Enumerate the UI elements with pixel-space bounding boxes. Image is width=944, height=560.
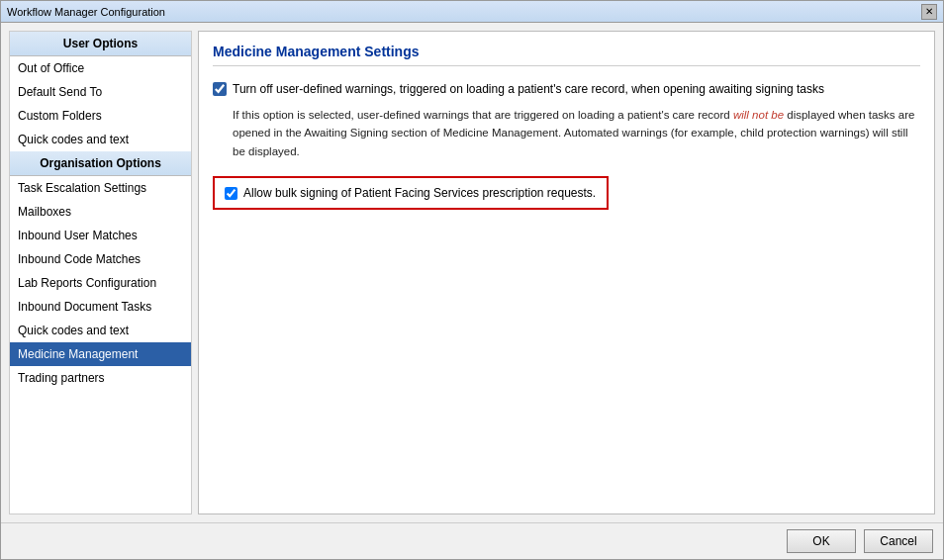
sidebar-item-lab-reports[interactable]: Lab Reports Configuration <box>10 271 191 295</box>
window-title: Workflow Manager Configuration <box>7 6 165 18</box>
close-button[interactable]: ✕ <box>921 4 937 20</box>
sidebar-item-mailboxes[interactable]: Mailboxes <box>10 200 191 224</box>
sidebar-item-trading-partners[interactable]: Trading partners <box>10 366 191 390</box>
option1-label[interactable]: Turn off user-defined warnings, triggere… <box>233 80 824 98</box>
ok-button[interactable]: OK <box>787 529 856 553</box>
footer: OK Cancel <box>1 522 943 559</box>
sidebar-item-inbound-doc-tasks[interactable]: Inbound Document Tasks <box>10 295 191 319</box>
option2-label[interactable]: Allow bulk signing of Patient Facing Ser… <box>243 186 596 200</box>
sidebar: User Options Out of Office Default Send … <box>9 31 192 514</box>
sidebar-item-quick-codes-org[interactable]: Quick codes and text <box>10 319 191 342</box>
sidebar-item-quick-codes-user[interactable]: Quick codes and text <box>10 128 191 151</box>
sidebar-item-inbound-code-matches[interactable]: Inbound Code Matches <box>10 247 191 271</box>
sidebar-item-out-of-office[interactable]: Out of Office <box>10 56 191 80</box>
option2-checkbox[interactable] <box>225 187 237 200</box>
cancel-button[interactable]: Cancel <box>864 529 933 553</box>
sidebar-item-inbound-user-matches[interactable]: Inbound User Matches <box>10 224 191 247</box>
sidebar-item-medicine-management[interactable]: Medicine Management <box>10 342 191 366</box>
option1-description: If this option is selected, user-defined… <box>233 106 920 160</box>
content-panel: Medicine Management Settings Turn off us… <box>198 31 935 514</box>
highlight-will-not-be: will not be <box>733 109 784 121</box>
sidebar-item-custom-folders[interactable]: Custom Folders <box>10 104 191 128</box>
option1-checkbox[interactable] <box>213 82 227 96</box>
title-bar: Workflow Manager Configuration ✕ <box>1 1 943 23</box>
main-content: User Options Out of Office Default Send … <box>1 23 943 522</box>
option1-row: Turn off user-defined warnings, triggere… <box>213 80 920 98</box>
workflow-manager-window: Workflow Manager Configuration ✕ User Op… <box>0 0 944 560</box>
sidebar-item-default-send-to[interactable]: Default Send To <box>10 80 191 104</box>
sidebar-item-escalation-settings[interactable]: Task Escalation Settings <box>10 176 191 200</box>
bulk-sign-box: Allow bulk signing of Patient Facing Ser… <box>213 176 609 210</box>
user-options-header: User Options <box>10 32 191 56</box>
org-options-header: Organisation Options <box>10 151 191 176</box>
content-title: Medicine Management Settings <box>213 44 920 66</box>
